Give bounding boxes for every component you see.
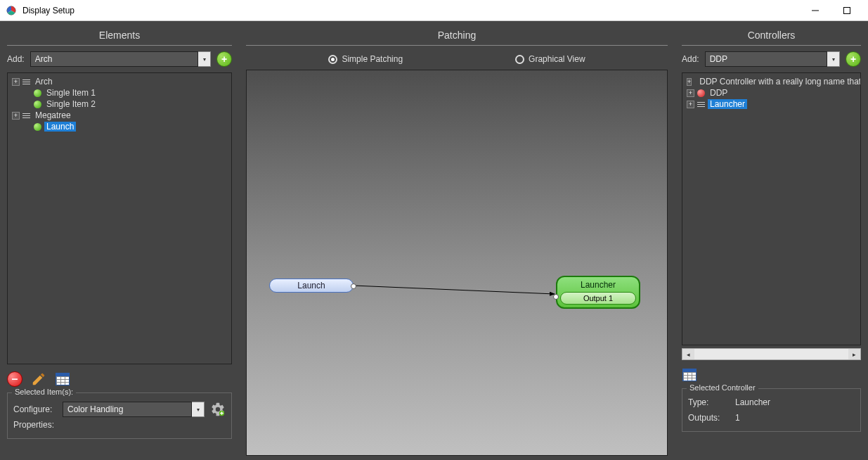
controllers-panel: Controllers Add: ▾ + +DDP Controller wit…: [675, 21, 868, 460]
tree-item[interactable]: Single Item 2: [11, 98, 228, 110]
minimize-button[interactable]: [799, 0, 831, 21]
tree-item[interactable]: +DDP: [685, 87, 857, 98]
tree-item[interactable]: +Megatree: [11, 110, 228, 121]
element-properties-grid-button[interactable]: [55, 371, 70, 387]
green-bullet-icon: [34, 101, 41, 108]
tree-item[interactable]: +DDP Controller with a really long name …: [685, 76, 857, 87]
tree-item-label: Megatree: [33, 110, 73, 120]
green-bullet-icon: [34, 89, 41, 97]
node-launcher-output[interactable]: Output 1: [560, 292, 636, 305]
tree-item-label: Arch: [33, 77, 55, 87]
patch-edge: [247, 70, 667, 455]
tree-item-label: DDP Controller with a really long name t…: [697, 77, 861, 87]
rename-element-button[interactable]: [31, 371, 46, 387]
elements-add-button[interactable]: +: [216, 51, 232, 67]
tree-expander[interactable]: +: [12, 112, 20, 120]
radio-dot-icon: [328, 55, 337, 64]
grid-icon: [682, 369, 697, 381]
elements-tree[interactable]: +ArchSingle Item 1Single Item 2+Megatree…: [7, 72, 232, 364]
tree-expander[interactable]: +: [687, 78, 692, 86]
tree-expander-none: [23, 123, 31, 131]
window-title: Display Setup: [22, 6, 799, 15]
title-bar: Display Setup: [0, 0, 868, 21]
controllers-add-button[interactable]: +: [846, 51, 861, 67]
green-bullet-icon: [34, 123, 41, 131]
controller-type-label: Type:: [688, 397, 727, 407]
node-launch[interactable]: Launch: [269, 279, 354, 293]
controllers-title: Controllers: [682, 25, 861, 46]
controllers-add-input[interactable]: [705, 51, 827, 67]
elements-title: Elements: [7, 25, 232, 46]
configure-dropdown-arrow[interactable]: ▾: [192, 402, 205, 417]
controllers-add-label: Add:: [682, 54, 699, 64]
controllers-add-combo[interactable]: ▾: [705, 51, 840, 67]
selected-controller-group: Selected Controller Type: Launcher Outpu…: [682, 388, 861, 432]
tree-expander-none: [23, 89, 31, 97]
tree-item[interactable]: +Launcher: [685, 98, 857, 110]
graphical-view-label: Graphical View: [529, 54, 585, 64]
grid-icon: [56, 373, 70, 385]
patching-panel: Patching Simple Patching Graphical View …: [239, 21, 675, 460]
controller-properties-grid-button[interactable]: [682, 367, 697, 383]
selected-items-group: Selected Item(s): Configure: ▾ Propertie…: [7, 392, 232, 439]
tree-item-label: DDP: [708, 88, 730, 98]
tree-item-label: Single Item 2: [44, 99, 98, 109]
configure-combo[interactable]: ▾: [63, 402, 205, 417]
tree-item[interactable]: Launch: [11, 121, 228, 132]
lines-icon: [697, 101, 705, 108]
elements-add-combo[interactable]: ▾: [30, 51, 211, 67]
configure-gear-button[interactable]: [210, 402, 226, 417]
tree-item-label: Single Item 1: [44, 88, 98, 98]
node-launcher-label: Launcher: [560, 280, 636, 290]
simple-patching-radio[interactable]: Simple Patching: [328, 54, 403, 64]
patching-title: Patching: [246, 25, 668, 46]
maximize-button[interactable]: [831, 0, 862, 21]
tree-expander[interactable]: +: [12, 78, 20, 86]
graphical-view-radio[interactable]: Graphical View: [515, 54, 585, 64]
selected-controller-group-title: Selected Controller: [687, 383, 758, 392]
radio-dot-icon: [515, 55, 524, 64]
node-launch-label: Launch: [297, 281, 325, 290]
tree-item-label: Launch: [44, 122, 76, 132]
properties-label: Properties:: [13, 420, 57, 430]
scroll-right-button[interactable]: ▸: [848, 349, 860, 359]
lines-icon: [22, 78, 30, 86]
elements-add-input[interactable]: [30, 51, 198, 67]
tree-expander[interactable]: +: [687, 89, 694, 97]
elements-add-label: Add:: [7, 54, 25, 64]
input-port[interactable]: [553, 294, 559, 300]
controllers-tree-hscroll[interactable]: ◂ ▸: [682, 348, 861, 360]
tree-item-label: Launcher: [708, 99, 747, 109]
svg-line-4: [354, 286, 555, 294]
controller-outputs-value: 1: [735, 413, 740, 423]
elements-add-dropdown-arrow[interactable]: ▾: [198, 51, 211, 67]
configure-label: Configure:: [13, 404, 57, 414]
controller-type-value: Launcher: [735, 397, 770, 407]
lines-icon: [22, 112, 30, 120]
svg-rect-2: [843, 7, 850, 13]
controllers-add-dropdown-arrow[interactable]: ▾: [827, 51, 840, 67]
output-port[interactable]: [351, 283, 356, 289]
elements-panel: Elements Add: ▾ + +ArchSingle Item 1Sing…: [0, 21, 239, 460]
controller-outputs-label: Outputs:: [688, 413, 727, 423]
patching-canvas[interactable]: Launch Launcher Output 1: [246, 70, 668, 456]
configure-input[interactable]: [63, 402, 192, 417]
scroll-left-button[interactable]: ◂: [682, 349, 694, 359]
node-launcher[interactable]: Launcher Output 1: [556, 276, 640, 309]
app-icon: [6, 5, 17, 16]
tree-item[interactable]: +Arch: [11, 76, 228, 87]
controllers-tree[interactable]: +DDP Controller with a really long name …: [682, 72, 861, 345]
red-bullet-icon: [697, 89, 705, 97]
simple-patching-label: Simple Patching: [342, 54, 403, 64]
tree-expander-none: [23, 101, 31, 108]
tree-expander[interactable]: +: [687, 101, 694, 108]
tree-item[interactable]: Single Item 1: [11, 87, 228, 98]
delete-element-button[interactable]: –: [7, 371, 22, 387]
selected-items-group-title: Selected Item(s):: [12, 388, 76, 396]
